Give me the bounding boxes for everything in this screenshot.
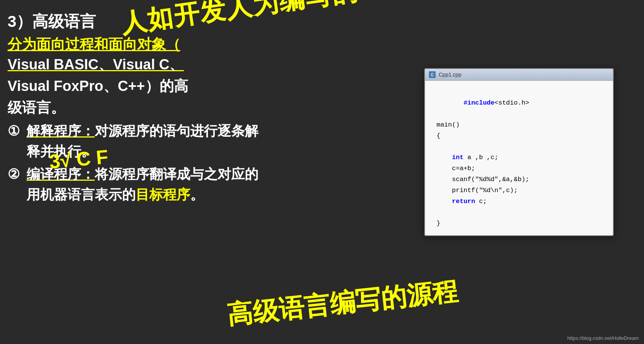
circle1-label: 解释程序： — [27, 123, 95, 139]
int-keyword: int — [452, 154, 464, 161]
left-text-area: 3）高级语言 分为面向过程和面向对象（ Visual BASIC、Visual … — [8, 11, 265, 207]
code-line-1: main() — [433, 120, 605, 131]
subheading-line1: 分为面向过程和面向对象（ — [8, 34, 265, 55]
code-line-3: int a ,b ,c; — [433, 152, 605, 163]
code-titlebar: C Cpp1.cpp — [425, 69, 613, 81]
code-line-7: return c; — [433, 196, 605, 207]
circle2-yellow: 目标程序 — [136, 187, 190, 202]
code-line-5: scanf("%d%d",&a,&b); — [433, 174, 605, 185]
visual-basic-text: Visual BASIC、Visual C、 — [8, 56, 184, 72]
circle-item-1: ① 解释程序：对源程序的语句进行逐条解释并执行。 — [8, 121, 265, 162]
code-window: C Cpp1.cpp #include<stdio.h> main() { in… — [424, 68, 614, 236]
code-line-6: printf("%d\n",c); — [433, 185, 605, 196]
include-keyword: #include — [464, 99, 495, 106]
code-line-0: #include<stdio.h> — [433, 87, 605, 120]
code-title-text: Cpp1.cpp — [439, 72, 461, 78]
circle2-end: 。 — [190, 187, 204, 202]
code-body: #include<stdio.h> main() { int a ,b ,c; … — [425, 81, 613, 235]
code-line-2: { — [433, 131, 605, 142]
subheading-line4: 级语言。 — [8, 98, 265, 118]
include-header: <stdio.h> — [494, 99, 529, 106]
code-line-4: c=a+b; — [433, 163, 605, 174]
main-content: 人如开发人为编写的 3）高级语言 分为面向过程和面向对象（ Visual BAS… — [0, 0, 644, 344]
circle-num-2: ② — [8, 164, 27, 185]
code-line-blank1 — [433, 141, 605, 152]
circle-num-1: ① — [8, 121, 27, 141]
handwritten-bottom-right: 高级语言编写的源程 — [225, 274, 460, 332]
circle-item-2: ② 编译程序：将源程序翻译成与之对应的用机器语言表示的目标程序。 — [8, 164, 265, 205]
attribution: https://blog.csdn.net/HolleDream — [567, 335, 639, 341]
item3-heading: 3）高级语言 — [8, 11, 265, 32]
code-line-blank2 — [433, 207, 605, 218]
subheading-line3: Visual FoxPro、C++）的高 — [8, 76, 265, 96]
subheading-line2: Visual BASIC、Visual C、 — [8, 55, 265, 75]
code-file-icon: C — [429, 71, 436, 78]
return-keyword: return — [452, 198, 475, 205]
code-line-8: } — [433, 218, 605, 229]
